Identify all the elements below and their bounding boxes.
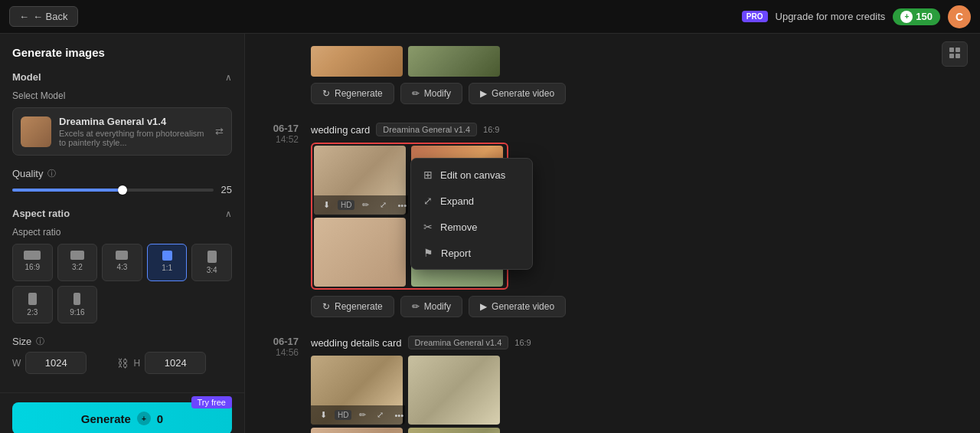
block1-time: 14:52 bbox=[260, 134, 299, 145]
generate-credits-icon: + bbox=[137, 412, 151, 425]
aspect-label-4-3: 4:3 bbox=[117, 263, 128, 271]
topbar: ← ← Back PRO Upgrade for more credits + … bbox=[0, 0, 980, 34]
block1-prompt: wedding card bbox=[311, 124, 370, 136]
aspect-label-9-16: 9:16 bbox=[70, 308, 84, 317]
block2-hd-badge[interactable]: HD bbox=[335, 410, 351, 420]
aspect-label-1-1: 1:1 bbox=[162, 264, 172, 272]
model-chevron-icon: ∧ bbox=[225, 72, 232, 83]
height-input[interactable] bbox=[145, 352, 206, 374]
block2-img-3[interactable] bbox=[311, 428, 405, 433]
block2-prompt: wedding details card bbox=[311, 337, 402, 349]
hd-badge[interactable]: HD bbox=[338, 200, 354, 210]
gen-block-wedding-details: 06-17 14:56 wedding details card Dreamin… bbox=[260, 336, 965, 433]
quality-slider[interactable] bbox=[12, 189, 214, 192]
context-expand[interactable]: ⤢ Expand bbox=[411, 188, 532, 214]
sidebar-title: Generate images bbox=[12, 46, 232, 59]
aspect-btn-16-9[interactable]: 16:9 bbox=[12, 244, 53, 281]
aspect-btn-3-4[interactable]: 3:4 bbox=[191, 244, 232, 281]
aspect-label-16-9: 16:9 bbox=[25, 263, 40, 271]
block2-edit-icon[interactable]: ✏ bbox=[356, 408, 369, 422]
block1-date-time: 06-17 14:52 bbox=[260, 123, 299, 145]
aspect-shape-2-3 bbox=[28, 293, 37, 305]
context-menu: ⊞ Edit on canvas ⤢ Expand ✂ Remove bbox=[410, 158, 533, 270]
aspect-shape-3-4 bbox=[207, 251, 217, 263]
quality-slider-thumb bbox=[118, 185, 127, 195]
size-row-header: Size ⓘ bbox=[12, 336, 232, 347]
credits-value: 150 bbox=[916, 11, 933, 22]
partial-regenerate-btn[interactable]: ↻ Regenerate bbox=[311, 83, 394, 104]
partial-content: ↻ Regenerate ✏ Modify ▶ Generate video bbox=[311, 46, 566, 104]
aspect-label-2-3: 2:3 bbox=[27, 308, 38, 317]
size-info-icon[interactable]: ⓘ bbox=[36, 336, 44, 347]
gallery-view-button[interactable] bbox=[942, 41, 968, 67]
svg-rect-3 bbox=[956, 54, 960, 58]
model-settings-icon[interactable]: ⇄ bbox=[215, 126, 224, 137]
block1-modify-btn[interactable]: ✏ Modify bbox=[400, 296, 462, 317]
aspect-grid-row1: 16:9 3:2 4:3 1:1 bbox=[12, 244, 232, 281]
block2-row: 06-17 14:56 wedding details card Dreamin… bbox=[260, 336, 965, 433]
generate-label: Generate bbox=[81, 412, 131, 425]
block2-expand-icon[interactable]: ⤢ bbox=[374, 408, 387, 422]
block2-date: 06-17 bbox=[260, 336, 299, 347]
regenerate-icon: ↻ bbox=[322, 88, 330, 99]
aspect-btn-3-2[interactable]: 3:2 bbox=[57, 244, 98, 281]
edit-icon[interactable]: ✏ bbox=[359, 198, 372, 212]
user-avatar[interactable]: C bbox=[948, 5, 971, 28]
block1-row: 06-17 14:52 wedding card Dreamina Genera… bbox=[260, 123, 965, 317]
block1-regen-label: Regenerate bbox=[335, 301, 383, 312]
block2-img-3-thumb bbox=[311, 428, 403, 433]
aspect-shape-3-2 bbox=[70, 251, 84, 260]
partial-action-buttons: ↻ Regenerate ✏ Modify ▶ Generate video bbox=[311, 83, 566, 104]
partial-img-2 bbox=[408, 46, 500, 77]
aspect-btn-9-16[interactable]: 9:16 bbox=[57, 286, 98, 323]
aspect-shape-16-9 bbox=[24, 251, 41, 260]
aspect-btn-1-1[interactable]: 1:1 bbox=[147, 244, 188, 281]
size-label: Size bbox=[12, 336, 31, 347]
partial-gen-video-btn[interactable]: ▶ Generate video bbox=[469, 83, 566, 104]
block1-gen-video-btn[interactable]: ▶ Generate video bbox=[469, 296, 566, 317]
gallery-icon bbox=[949, 47, 961, 59]
expand-ctx-icon: ⤢ bbox=[423, 195, 433, 207]
block2-img-1[interactable]: ⬇ HD ✏ ⤢ ••• bbox=[311, 356, 405, 425]
block1-regen-icon: ↻ bbox=[322, 301, 330, 312]
block2-content: wedding details card Dreamina General v1… bbox=[311, 336, 965, 433]
quality-info-icon[interactable]: ⓘ bbox=[47, 168, 56, 179]
block1-img-1[interactable]: ⬇ HD ✏ ⤢ ••• bbox=[314, 146, 408, 215]
partial-modify-btn[interactable]: ✏ Modify bbox=[400, 83, 462, 104]
block1-img-3[interactable] bbox=[314, 218, 408, 287]
partial-img-1 bbox=[311, 46, 403, 77]
block1-regenerate-btn[interactable]: ↻ Regenerate bbox=[311, 296, 394, 317]
gen-block-top-partial: ↻ Regenerate ✏ Modify ▶ Generate video bbox=[260, 46, 965, 104]
expand-icon[interactable]: ⤢ bbox=[377, 198, 390, 212]
context-remove[interactable]: ✂ Remove bbox=[411, 214, 532, 240]
aspect-btn-2-3[interactable]: 2:3 bbox=[12, 286, 53, 323]
aspect-shape-9-16 bbox=[74, 293, 80, 305]
block1-modify-icon: ✏ bbox=[412, 301, 420, 312]
block2-img-4[interactable] bbox=[408, 428, 502, 433]
edit-canvas-label: Edit on canvas bbox=[440, 169, 505, 181]
block1-img-3-thumb bbox=[314, 218, 406, 287]
block2-img-2[interactable] bbox=[408, 356, 502, 425]
model-card[interactable]: Dreamina General v1.4 Excels at everythi… bbox=[12, 107, 232, 156]
context-report[interactable]: ⚑ Report bbox=[411, 240, 532, 266]
height-input-group: H bbox=[134, 352, 233, 374]
svg-rect-2 bbox=[949, 54, 954, 58]
width-input[interactable] bbox=[25, 352, 87, 374]
download-icon[interactable]: ⬇ bbox=[320, 198, 333, 212]
model-thumbnail bbox=[21, 116, 51, 147]
block2-more-icon[interactable]: ••• bbox=[391, 409, 407, 422]
context-edit-canvas[interactable]: ⊞ Edit on canvas bbox=[411, 162, 532, 188]
back-button[interactable]: ← ← Back bbox=[9, 6, 78, 27]
back-label: ← Back bbox=[33, 11, 68, 22]
edit-canvas-icon: ⊞ bbox=[423, 169, 433, 181]
gen-block-wedding-card: 06-17 14:52 wedding card Dreamina Genera… bbox=[260, 123, 965, 317]
topbar-right: PRO Upgrade for more credits + 150 C bbox=[742, 5, 971, 28]
aspect-btn-4-3[interactable]: 4:3 bbox=[102, 244, 142, 281]
sidebar: Generate images Model ∧ Select Model Dre… bbox=[0, 34, 245, 433]
more-icon[interactable]: ••• bbox=[394, 199, 410, 212]
block1-content: wedding card Dreamina General v1.4 16:9 bbox=[311, 123, 965, 317]
block2-download-icon[interactable]: ⬇ bbox=[317, 408, 330, 422]
upgrade-text[interactable]: Upgrade for more credits bbox=[776, 11, 886, 22]
quality-slider-fill bbox=[12, 189, 122, 192]
model-name: Dreamina General v1.4 bbox=[59, 116, 207, 127]
